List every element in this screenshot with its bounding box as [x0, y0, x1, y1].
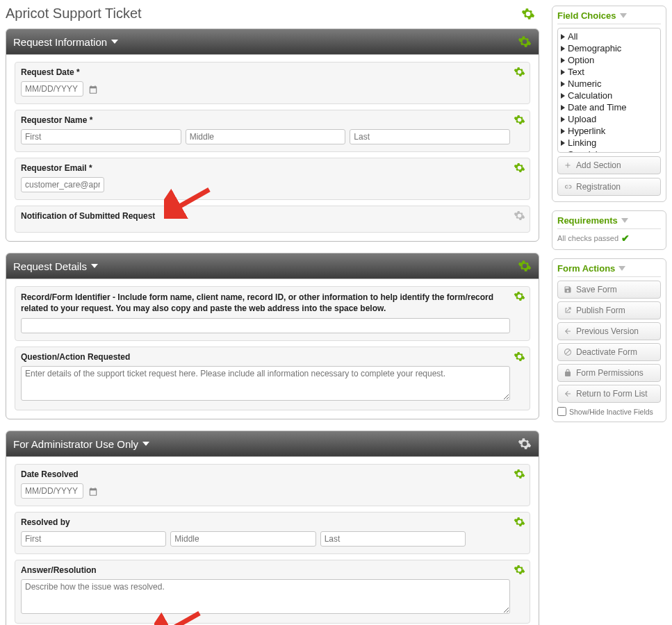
field-choice-item[interactable]: Text	[561, 66, 657, 78]
chevron-right-icon	[561, 69, 565, 75]
back-icon	[564, 390, 572, 398]
return-to-list-button[interactable]: Return to Form List	[557, 385, 661, 403]
field-request-date[interactable]: Request Date *	[15, 62, 530, 104]
chevron-right-icon	[561, 58, 565, 63]
field-choice-item[interactable]: Linking	[561, 137, 657, 149]
gear-icon[interactable]	[514, 114, 525, 126]
field-choice-item[interactable]: Hyperlink	[561, 125, 657, 137]
field-choice-item[interactable]: Calculation	[561, 90, 657, 101]
field-label: Notification of Submitted Request	[21, 211, 510, 221]
add-section-button[interactable]: Add Section	[557, 156, 661, 174]
save-icon	[564, 285, 572, 294]
field-date-resolved[interactable]: Date Resolved	[15, 464, 530, 506]
previous-version-button[interactable]: Previous Version	[557, 322, 661, 340]
section-request-details: Request Details Record/Form Identifier -…	[6, 253, 539, 419]
record-identifier-input[interactable]	[21, 318, 510, 333]
request-date-input[interactable]	[21, 81, 83, 97]
form-permissions-button[interactable]: Form Permissions	[557, 364, 661, 382]
resolved-last-input[interactable]	[320, 531, 466, 547]
section-admin: For Administrator Use Only Date Resolved…	[6, 431, 539, 625]
check-icon: ✔	[621, 233, 630, 244]
panel-requirements: Requirements All checks passed✔	[552, 210, 666, 250]
gear-icon[interactable]	[514, 564, 525, 576]
sidebar: Field Choices All Demographic Option Tex…	[552, 6, 666, 422]
field-resolved-by[interactable]: Resolved by	[15, 512, 530, 554]
field-choices-list[interactable]: All Demographic Option Text Numeric Calc…	[557, 28, 661, 153]
deactivate-form-button[interactable]: Deactivate Form	[557, 343, 661, 361]
field-label: Record/Form Identifier - Include form na…	[21, 292, 510, 314]
chevron-right-icon	[561, 140, 565, 146]
question-textarea[interactable]	[21, 366, 510, 401]
registration-button[interactable]: Registration	[557, 178, 661, 196]
gear-icon[interactable]	[514, 162, 525, 174]
calendar-icon[interactable]	[88, 487, 98, 497]
link-icon	[564, 183, 572, 191]
gear-icon[interactable]	[514, 351, 525, 362]
gear-icon[interactable]	[514, 210, 525, 222]
field-label: Request Date *	[21, 67, 510, 77]
gear-icon[interactable]	[518, 437, 532, 451]
gear-icon[interactable]	[514, 468, 525, 480]
field-label: Date Resolved	[21, 469, 510, 479]
field-choice-item[interactable]: Option	[561, 54, 657, 66]
field-choice-item[interactable]: Upload	[561, 113, 657, 125]
panel-title-text: Form Actions	[557, 263, 615, 274]
field-choice-item[interactable]: Date and Time	[561, 101, 657, 113]
gear-icon[interactable]	[521, 7, 535, 21]
back-icon	[564, 327, 572, 335]
field-notification-submitted[interactable]: Notification of Submitted Request	[15, 206, 530, 233]
chevron-right-icon	[561, 128, 565, 134]
field-answer[interactable]: Answer/Resolution	[15, 560, 530, 624]
gear-icon[interactable]	[514, 66, 525, 78]
show-hide-checkbox[interactable]	[557, 407, 566, 416]
field-choice-item[interactable]: Numeric	[561, 78, 657, 90]
chevron-down-icon	[142, 442, 149, 446]
first-name-input[interactable]	[21, 129, 181, 144]
field-choice-item[interactable]: All	[561, 31, 657, 42]
date-resolved-input[interactable]	[21, 483, 83, 499]
gear-icon[interactable]	[518, 259, 532, 273]
chevron-right-icon	[561, 117, 565, 122]
field-requestor-email[interactable]: Requestor Email *	[15, 158, 530, 200]
field-label: Resolved by	[21, 517, 510, 527]
field-question[interactable]: Question/Action Requested	[15, 347, 530, 410]
chevron-down-icon	[621, 218, 628, 223]
publish-icon	[564, 306, 572, 315]
gear-icon[interactable]	[514, 516, 525, 528]
chevron-down-icon	[618, 266, 625, 271]
resolved-first-input[interactable]	[21, 531, 166, 547]
resolved-middle-input[interactable]	[170, 531, 315, 547]
section-header[interactable]: For Administrator Use Only	[6, 431, 539, 457]
chevron-down-icon	[111, 40, 118, 44]
chevron-right-icon	[561, 152, 565, 153]
chevron-right-icon	[561, 93, 565, 99]
answer-textarea[interactable]	[21, 579, 510, 614]
middle-name-input[interactable]	[186, 129, 346, 144]
chevron-right-icon	[561, 46, 565, 51]
section-header[interactable]: Request Details	[6, 253, 539, 279]
field-choice-item[interactable]: Demographic	[561, 42, 657, 54]
field-choice-item[interactable]: Special	[561, 149, 657, 153]
panel-form-actions: Form Actions Save Form Publish Form Prev…	[552, 258, 666, 422]
field-label: Requestor Name *	[21, 115, 510, 125]
gear-icon[interactable]	[514, 290, 525, 302]
page-title: Apricot Support Ticket	[6, 6, 142, 22]
last-name-input[interactable]	[350, 129, 510, 144]
show-hide-inactive-row[interactable]: Show/Hide Inactive Fields	[557, 407, 661, 416]
calendar-icon[interactable]	[88, 85, 98, 94]
field-record-identifier[interactable]: Record/Form Identifier - Include form na…	[15, 286, 530, 341]
chevron-right-icon	[561, 34, 565, 40]
gear-icon[interactable]	[518, 35, 532, 49]
panel-field-choices: Field Choices All Demographic Option Tex…	[552, 6, 666, 202]
chevron-down-icon	[620, 13, 627, 18]
field-requestor-name[interactable]: Requestor Name *	[15, 110, 530, 152]
field-label: Requestor Email *	[21, 163, 510, 173]
requestor-email-input[interactable]	[21, 177, 104, 192]
lock-icon	[564, 369, 572, 377]
panel-title-text: Requirements	[557, 215, 618, 226]
section-title-text: Request Information	[13, 36, 107, 48]
section-request-information: Request Information Request Date * Reque…	[6, 28, 539, 242]
save-form-button[interactable]: Save Form	[557, 281, 661, 299]
section-header[interactable]: Request Information	[6, 29, 539, 55]
publish-form-button[interactable]: Publish Form	[557, 301, 661, 319]
